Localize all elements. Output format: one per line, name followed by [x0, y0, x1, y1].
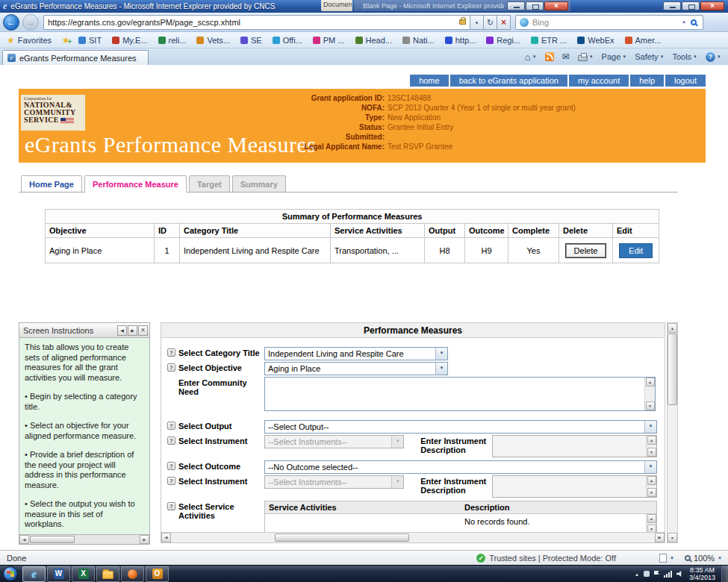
output-instrument-select[interactable]: --Select Instruments-- [264, 435, 404, 448]
taskbar-clock[interactable]: 8:35 AM 3/4/2013 [689, 566, 715, 581]
textarea-scrollbar[interactable] [646, 476, 656, 497]
chevron-down-icon[interactable] [435, 348, 447, 360]
output-select[interactable]: --Select Output-- [264, 420, 657, 434]
outcome-select[interactable]: --No Outcome selected-- [264, 460, 657, 474]
tab-performance-measure[interactable]: Performance Measure [84, 175, 187, 193]
outcome-instrument-description-textarea[interactable] [492, 475, 657, 498]
nav-my-account-button[interactable]: my account [569, 75, 629, 87]
delete-button[interactable]: Delete [566, 244, 606, 257]
help-icon[interactable] [167, 502, 175, 510]
taskbar-excel-button[interactable]: X [72, 566, 95, 582]
home-button[interactable] [522, 51, 540, 63]
nav-help-button[interactable]: help [630, 75, 664, 87]
safety-menu-button[interactable]: Safety [632, 51, 667, 63]
scroll-right-arrow[interactable] [655, 533, 665, 542]
browser-tab[interactable]: eGrants Performance Measures [2, 50, 149, 65]
help-icon[interactable] [167, 462, 175, 470]
favorite-link[interactable]: http... [440, 32, 482, 48]
favorite-link[interactable]: ETR ... [526, 32, 572, 48]
tab-home-page[interactable]: Home Page [21, 175, 82, 192]
scrollbar-track[interactable] [668, 405, 677, 533]
output-instrument-description-textarea[interactable] [492, 435, 657, 457]
help-button[interactable] [703, 51, 724, 63]
print-button[interactable] [575, 51, 597, 63]
read-mail-button[interactable] [559, 50, 573, 63]
show-hidden-icons-button[interactable] [635, 570, 639, 578]
taskbar-outlook-button[interactable]: O [146, 566, 169, 582]
favorite-link[interactable]: My.E... [107, 32, 152, 48]
scroll-up-arrow[interactable] [647, 436, 656, 445]
background-window-document[interactable]: Document [321, 0, 352, 11]
background-window[interactable]: Blank Page - Microsoft Internet Explorer… [354, 0, 570, 11]
community-need-textarea[interactable] [264, 377, 656, 411]
search-icon[interactable] [691, 19, 697, 25]
form-vertical-scrollbar[interactable] [667, 322, 678, 543]
instructions-prev-button[interactable] [117, 325, 127, 336]
nav-back-to-egrants-button[interactable]: back to eGrants application [450, 75, 567, 87]
scroll-up-arrow[interactable] [646, 378, 655, 387]
back-button[interactable] [3, 14, 19, 31]
help-icon[interactable] [167, 477, 175, 485]
page-icon[interactable] [659, 554, 667, 563]
favorite-link[interactable]: Amer... [620, 32, 667, 48]
objective-select[interactable]: Aging in Place [264, 362, 448, 375]
table-scrollbar[interactable] [646, 514, 656, 532]
favorite-link[interactable]: Offi... [267, 32, 308, 48]
help-icon[interactable] [167, 363, 175, 372]
help-icon[interactable] [167, 436, 175, 445]
nav-logout-button[interactable]: logout [665, 75, 706, 87]
outcome-instrument-select[interactable]: --Select Instruments-- [264, 475, 404, 489]
close-button[interactable] [544, 1, 568, 10]
tray-icon[interactable] [644, 571, 650, 577]
minimize-button[interactable] [507, 1, 525, 10]
start-button[interactable] [3, 566, 18, 581]
address-dropdown-button[interactable] [470, 15, 484, 30]
taskbar-media-button[interactable] [121, 566, 144, 582]
scroll-down-arrow[interactable] [647, 525, 656, 532]
scrollbar-thumb[interactable] [275, 534, 409, 542]
scroll-down-arrow[interactable] [647, 488, 656, 497]
feeds-button[interactable] [542, 51, 557, 63]
favorite-link[interactable]: Vets... [191, 32, 235, 48]
scrollbar-thumb[interactable] [668, 334, 677, 405]
taskbar-internet-explorer-button[interactable]: e [22, 566, 46, 582]
favorite-link[interactable]: PM ... [308, 32, 350, 48]
category-select[interactable]: Independent Living and Respite Care [264, 347, 448, 360]
scroll-up-arrow[interactable] [668, 323, 677, 333]
stop-button[interactable] [497, 15, 511, 30]
favorite-link[interactable]: SIT [73, 32, 107, 48]
favorite-link[interactable]: Nati... [397, 32, 440, 48]
chevron-down-icon[interactable] [435, 363, 447, 375]
forward-button[interactable] [22, 14, 39, 31]
nav-home-button[interactable]: home [410, 75, 449, 87]
volume-icon[interactable] [676, 571, 683, 578]
scroll-down-arrow[interactable] [646, 401, 655, 410]
favorite-link[interactable]: reli... [153, 32, 192, 48]
page-menu-button[interactable]: Page [599, 51, 630, 63]
help-icon[interactable] [167, 422, 175, 430]
tab-summary[interactable]: Summary [232, 175, 286, 192]
scroll-down-arrow[interactable] [668, 533, 677, 542]
search-input[interactable]: Bing [515, 15, 703, 30]
favorite-link[interactable]: Head... [350, 32, 397, 48]
form-horizontal-scrollbar[interactable] [161, 532, 665, 542]
tools-menu-button[interactable]: Tools [669, 51, 700, 63]
favorite-link[interactable]: SE [235, 32, 267, 48]
address-input[interactable]: https://egrants.cns.gov/egrantsPM/page_s… [43, 15, 470, 30]
refresh-button[interactable] [484, 15, 497, 30]
close-button[interactable] [700, 1, 724, 10]
maximize-button[interactable] [526, 1, 544, 10]
show-desktop-button[interactable] [721, 566, 728, 582]
zoom-control[interactable]: 100% [685, 554, 728, 563]
favorites-button[interactable]: Favorites [0, 32, 58, 48]
edit-button[interactable]: Edit [619, 243, 653, 258]
instructions-next-button[interactable] [128, 325, 137, 336]
scrollbar-thumb[interactable] [30, 536, 75, 543]
scroll-down-arrow[interactable] [647, 448, 656, 457]
search-dropdown-icon[interactable] [679, 20, 689, 25]
taskbar-folder-button[interactable] [96, 566, 119, 582]
scroll-right-arrow[interactable] [140, 535, 149, 544]
minimize-button[interactable] [663, 1, 681, 10]
chevron-down-icon[interactable] [670, 556, 674, 560]
add-favorite-button[interactable] [58, 32, 73, 48]
